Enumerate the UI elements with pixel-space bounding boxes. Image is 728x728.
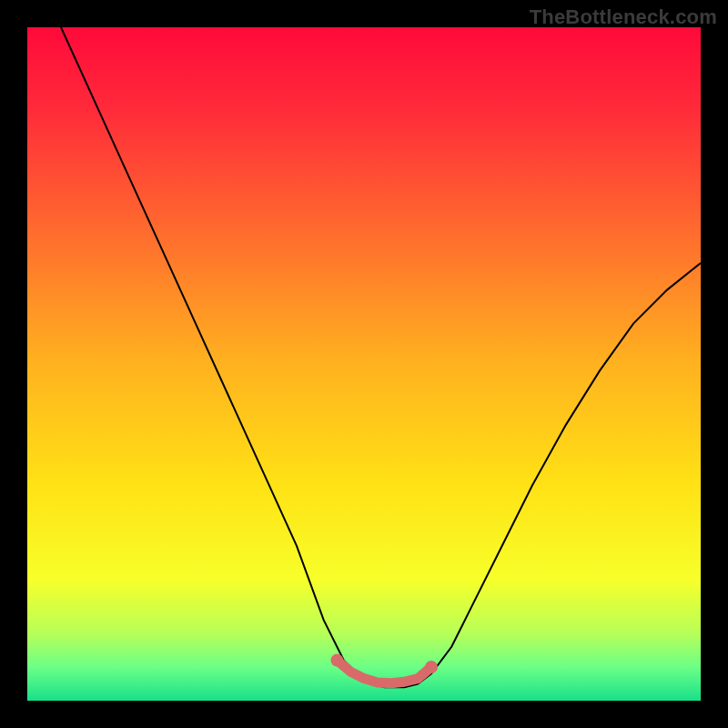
bottleneck-chart xyxy=(0,0,728,728)
optimal-region-endpoint xyxy=(330,654,343,667)
gradient-background xyxy=(27,27,701,701)
watermark-text: TheBottleneck.com xyxy=(530,5,717,29)
chart-container: TheBottleneck.com xyxy=(0,0,728,728)
optimal-region-endpoint xyxy=(425,661,438,673)
